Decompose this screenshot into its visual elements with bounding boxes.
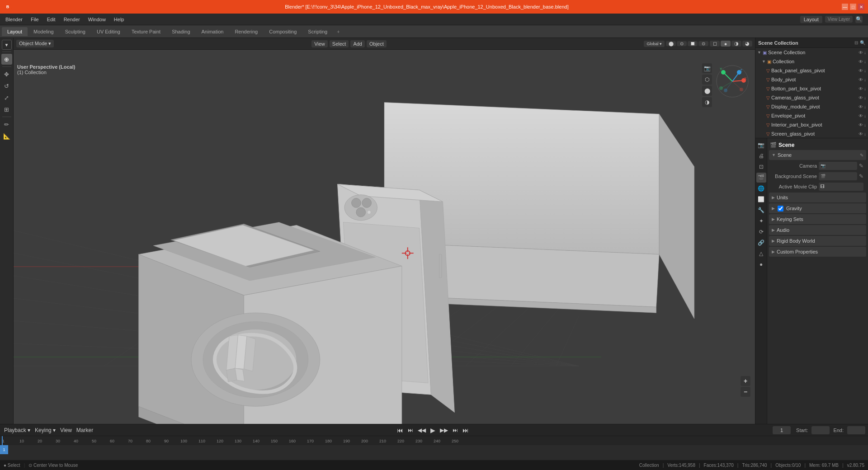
shading-wireframe[interactable]: ◻ xyxy=(710,41,720,47)
timeline-ruler[interactable]: 1 10 20 30 40 50 60 70 80 90 100 110 120… xyxy=(0,436,868,445)
marker-dropdown[interactable]: Marker xyxy=(75,427,94,433)
maximize-button[interactable]: □ xyxy=(850,4,856,10)
tab-layout[interactable]: Layout xyxy=(2,27,28,36)
restrict-btn-item[interactable]: ↓ xyxy=(864,68,866,73)
vis-btn-botton[interactable]: 👁 xyxy=(859,86,863,91)
outliner-item-interior[interactable]: ▽ Interior_part_box_pivot 👁 ↓ xyxy=(755,120,868,129)
restrict-btn-botton[interactable]: ↓ xyxy=(864,86,866,91)
minimize-button[interactable]: — xyxy=(842,4,848,10)
tab-shading[interactable]: Shading xyxy=(166,27,195,36)
prop-object-icon[interactable]: ⬜ xyxy=(756,194,766,204)
jump-next-keyframe-btn[interactable]: ⏭ xyxy=(451,427,459,433)
restrict-btn-envelope[interactable]: ↓ xyxy=(864,113,866,118)
tab-compositing[interactable]: Compositing xyxy=(264,27,302,36)
outliner-filter-btn[interactable]: ⊟ xyxy=(854,40,858,45)
select-menu[interactable]: Select xyxy=(330,40,349,47)
add-menu[interactable]: Add xyxy=(350,40,365,47)
transform-tool[interactable]: ⊞ xyxy=(1,104,12,115)
workspace-label[interactable]: Layout xyxy=(800,16,822,23)
viewport-overlay-ctrl[interactable]: ⬤ xyxy=(702,86,712,96)
play-reverse-btn[interactable]: ◀◀ xyxy=(416,427,427,433)
prop-data-icon[interactable]: △ xyxy=(756,249,766,258)
search-icon[interactable]: 🔍 xyxy=(855,16,863,23)
menu-edit[interactable]: Edit xyxy=(43,16,59,23)
vis-btn-scene[interactable]: 👁 xyxy=(859,50,863,55)
outliner-collection[interactable]: ▼ ▣ Collection 👁 ↓ xyxy=(755,57,868,66)
viewport-gizmo-btn[interactable]: ⊙ xyxy=(677,41,687,46)
audio-section-header[interactable]: ▶ Audio xyxy=(769,225,866,235)
menu-render[interactable]: Render xyxy=(60,16,84,23)
outliner[interactable]: ▼ ▣ Scene Collection 👁 ↓ ▼ ▣ Collection … xyxy=(755,48,868,138)
restrict-btn-body[interactable]: ↓ xyxy=(864,77,866,82)
menu-window[interactable]: Window xyxy=(85,16,109,23)
object-mode-dropdown[interactable]: Object Mode ▾ xyxy=(16,40,54,47)
playback-dropdown[interactable]: Playback ▾ xyxy=(3,427,32,433)
vis-btn-interior[interactable]: 👁 xyxy=(859,122,863,127)
rotate-tool[interactable]: ↺ xyxy=(1,80,12,91)
gravity-checkbox[interactable] xyxy=(778,206,783,212)
vis-btn-screen[interactable]: 👁 xyxy=(859,132,863,136)
viewport-proportional-btn[interactable]: ⊙ xyxy=(698,41,708,46)
restrict-btn-cameras[interactable]: ↓ xyxy=(864,95,866,100)
camera-field-value[interactable]: 📷 xyxy=(819,162,857,170)
vis-btn-body[interactable]: 👁 xyxy=(859,77,863,82)
prop-constraints-icon[interactable]: 🔗 xyxy=(756,238,766,248)
zoom-in-btn[interactable]: + xyxy=(741,376,750,386)
tab-scripting[interactable]: Scripting xyxy=(302,27,333,36)
outliner-item-botton[interactable]: ▽ Botton_part_box_pivot 👁 ↓ xyxy=(755,84,868,93)
background-scene-value[interactable]: 🎬 xyxy=(819,172,857,180)
camera-edit-btn[interactable]: ✎ xyxy=(859,163,863,169)
menu-file[interactable]: File xyxy=(27,16,42,23)
jump-prev-keyframe-btn[interactable]: ⏭ xyxy=(406,427,415,433)
prop-material-icon[interactable]: ● xyxy=(756,259,766,269)
view-layer-label[interactable]: View Layer xyxy=(825,16,853,23)
viewport-canvas[interactable]: User Perspective (Local) (1) Collection xyxy=(14,50,755,424)
gravity-section-header[interactable]: ▶ Gravity xyxy=(769,203,866,213)
outliner-item-cameras[interactable]: ▽ Cameras_glass_pivot 👁 ↓ xyxy=(755,93,868,102)
prop-view-layer-icon[interactable]: ⊡ xyxy=(756,162,766,172)
prop-scene-icon[interactable]: 🎬 xyxy=(756,173,766,183)
mode-selector[interactable]: ▼ xyxy=(2,40,12,50)
restrict-btn[interactable]: ↓ xyxy=(864,59,866,64)
tab-uv-editing[interactable]: UV Editing xyxy=(91,27,126,36)
units-section-header[interactable]: ▶ Units xyxy=(769,193,866,202)
keying-dropdown[interactable]: Keying ▾ xyxy=(33,427,57,433)
prop-world-icon[interactable]: 🌐 xyxy=(756,183,766,193)
outliner-item-display[interactable]: ▽ Display_module_pivot 👁 ↓ xyxy=(755,102,868,111)
object-menu[interactable]: Object xyxy=(367,40,387,47)
vis-btn[interactable]: 👁 xyxy=(859,59,863,64)
measure-tool[interactable]: 📐 xyxy=(1,131,12,141)
view-dropdown[interactable]: View xyxy=(59,427,73,433)
jump-start-btn[interactable]: ⏮ xyxy=(396,427,405,434)
close-button[interactable]: ✕ xyxy=(858,4,864,10)
zoom-out-btn[interactable]: − xyxy=(741,387,750,397)
play-forward-btn[interactable]: ▶▶ xyxy=(439,427,449,433)
scale-tool[interactable]: ⤢ xyxy=(1,92,12,103)
view-menu[interactable]: View xyxy=(311,40,328,47)
viewport-render-btn[interactable]: ⬡ xyxy=(702,75,712,85)
start-frame-input[interactable]: 1 xyxy=(811,426,830,434)
prop-particle-icon[interactable]: ✦ xyxy=(756,216,766,226)
current-frame-input[interactable]: 1 xyxy=(773,426,791,434)
camera-view-btn[interactable]: 📷 xyxy=(702,63,712,73)
viewport[interactable]: Object Mode ▾ View Select Add Object Glo… xyxy=(14,38,755,424)
restrict-btn-interior[interactable]: ↓ xyxy=(864,122,866,127)
prop-modifier-icon[interactable]: 🔧 xyxy=(756,205,766,215)
vis-btn-item[interactable]: 👁 xyxy=(859,68,863,73)
tab-animation[interactable]: Animation xyxy=(196,27,229,36)
jump-end-btn[interactable]: ⏭ xyxy=(461,427,470,434)
outliner-item-back-panel[interactable]: ▽ Back_panel_glass_pivot 👁 ↓ xyxy=(755,66,868,75)
tab-add-button[interactable]: + xyxy=(333,27,343,36)
outliner-item-envelope[interactable]: ▽ Envelope_pivot 👁 ↓ xyxy=(755,111,868,120)
navigation-gizmo[interactable]: Y X Z xyxy=(714,63,750,99)
viewport-xray-btn[interactable]: ◑ xyxy=(702,97,712,107)
outliner-item-body[interactable]: ▽ Body_pivot 👁 ↓ xyxy=(755,75,868,84)
custom-props-header[interactable]: ▶ Custom Properties xyxy=(769,247,866,257)
vis-btn-cameras[interactable]: 👁 xyxy=(859,95,863,100)
shading-rendered[interactable]: ◕ xyxy=(742,41,752,47)
active-movie-clip-value[interactable]: 🎞 xyxy=(819,183,863,191)
move-tool[interactable]: ✥ xyxy=(1,69,12,80)
play-btn[interactable]: ▶ xyxy=(429,427,437,434)
bg-scene-edit-btn[interactable]: ✎ xyxy=(859,173,863,179)
vis-btn-display[interactable]: 👁 xyxy=(859,104,863,109)
